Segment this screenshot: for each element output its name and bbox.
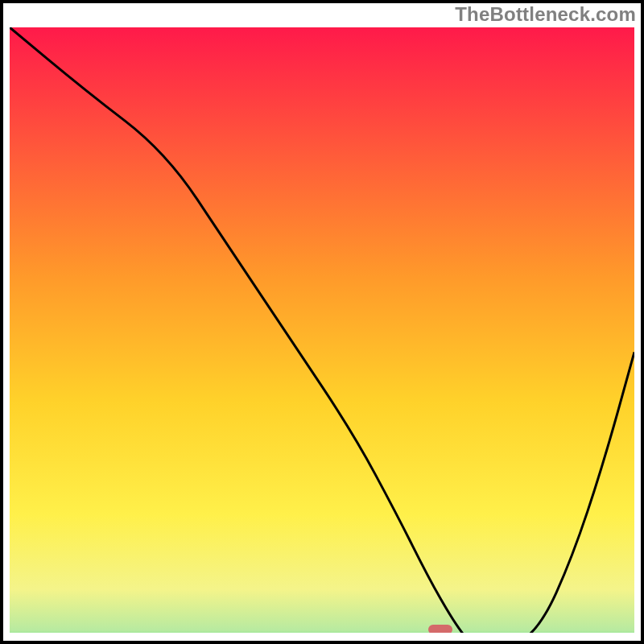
chart-stage: TheBottleneck.com xyxy=(0,0,644,644)
watermark-text: TheBottleneck.com xyxy=(455,3,636,26)
bottleneck-curve xyxy=(10,27,634,633)
plot-area xyxy=(10,27,634,633)
optimal-marker xyxy=(428,625,452,633)
curve-path xyxy=(10,27,634,633)
